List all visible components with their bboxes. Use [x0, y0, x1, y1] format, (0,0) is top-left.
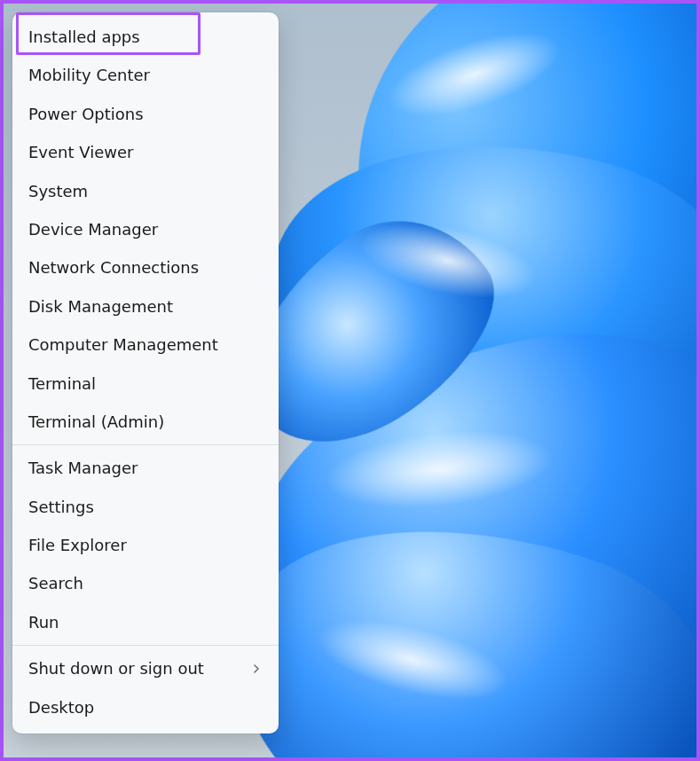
menu-item-search[interactable]: Search	[12, 564, 279, 602]
winx-context-menu[interactable]: Installed apps Mobility Center Power Opt…	[12, 12, 279, 734]
menu-item-label: Task Manager	[28, 458, 138, 478]
menu-item-computer-management[interactable]: Computer Management	[12, 326, 279, 364]
menu-item-task-manager[interactable]: Task Manager	[12, 449, 279, 487]
menu-item-label: System	[28, 181, 88, 201]
menu-item-desktop[interactable]: Desktop	[12, 688, 279, 726]
menu-item-label: Event Viewer	[28, 142, 133, 162]
menu-item-event-viewer[interactable]: Event Viewer	[12, 133, 279, 171]
menu-item-shut-down-or-sign-out[interactable]: Shut down or sign out	[12, 649, 279, 687]
menu-item-network-connections[interactable]: Network Connections	[12, 248, 279, 286]
menu-item-label: Network Connections	[28, 257, 199, 278]
menu-item-installed-apps[interactable]: Installed apps	[12, 18, 279, 56]
menu-item-label: Run	[28, 612, 59, 632]
menu-item-run[interactable]: Run	[12, 603, 279, 641]
menu-item-terminal[interactable]: Terminal	[12, 365, 279, 403]
menu-item-power-options[interactable]: Power Options	[12, 95, 279, 133]
menu-item-label: Computer Management	[28, 334, 218, 355]
menu-item-label: Terminal	[28, 373, 96, 394]
menu-item-label: Installed apps	[28, 27, 140, 47]
menu-separator	[12, 645, 279, 646]
menu-item-label: Power Options	[28, 104, 144, 124]
menu-item-label: Desktop	[28, 697, 94, 718]
menu-item-label: Search	[28, 573, 83, 593]
menu-item-file-explorer[interactable]: File Explorer	[12, 526, 279, 564]
menu-item-mobility-center[interactable]: Mobility Center	[12, 56, 279, 94]
menu-item-device-manager[interactable]: Device Manager	[12, 210, 279, 248]
menu-item-terminal-admin[interactable]: Terminal (Admin)	[12, 403, 279, 441]
menu-item-label: Settings	[28, 497, 94, 517]
menu-item-disk-management[interactable]: Disk Management	[12, 287, 279, 326]
menu-item-label: Shut down or sign out	[28, 658, 204, 679]
desktop-viewport: Installed apps Mobility Center Power Opt…	[0, 0, 700, 761]
menu-item-label: Disk Management	[28, 296, 173, 317]
menu-separator	[12, 444, 279, 445]
menu-item-label: Terminal (Admin)	[28, 412, 164, 432]
menu-item-system[interactable]: System	[12, 172, 279, 210]
menu-item-label: File Explorer	[28, 535, 127, 555]
menu-item-label: Device Manager	[28, 219, 158, 239]
chevron-right-icon	[250, 663, 263, 675]
menu-item-settings[interactable]: Settings	[12, 488, 279, 526]
menu-item-label: Mobility Center	[28, 65, 150, 85]
